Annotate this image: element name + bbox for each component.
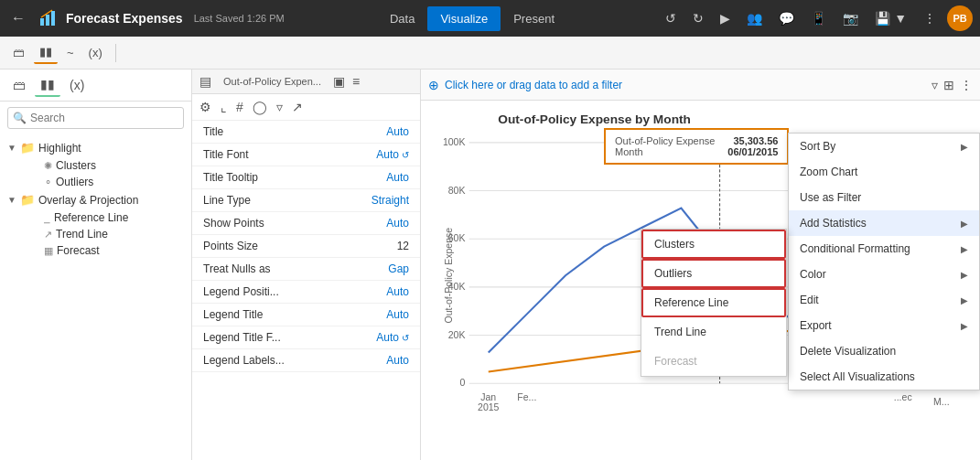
context-menu-item-use-as-filter[interactable]: Use as Filter (789, 185, 979, 210)
toolbar2: 🗃 ▮▮ ~ (x) (0, 37, 980, 70)
mid-row-value[interactable]: Auto (386, 308, 409, 321)
mid-tab-icon-chart[interactable]: ▤ (199, 74, 211, 89)
svg-rect-2 (51, 11, 55, 26)
tree-item-trend-line[interactable]: ↗ Trend Line (18, 226, 191, 242)
overlay-label: Overlay & Projection (38, 194, 138, 207)
tree-item-overlay[interactable]: ▼ 📁 Overlay & Projection (0, 190, 191, 209)
save-button[interactable]: 💾 ▼ (869, 7, 912, 29)
toolbar-line-icon[interactable]: ~ (61, 42, 80, 63)
mid-icon-filter[interactable]: ▿ (276, 100, 283, 114)
highlight-folder-icon: 📁 (20, 141, 35, 155)
back-button[interactable]: ← (7, 6, 29, 30)
toolbar-fx-icon[interactable]: (x) (83, 42, 108, 63)
context-menu-arrow-icon: ▶ (961, 295, 968, 305)
tree-item-clusters[interactable]: ✺ Clusters (18, 157, 191, 174)
add-filter-text[interactable]: Click here or drag data to add a filter (445, 79, 622, 91)
mid-row-value[interactable]: Gap (388, 262, 409, 275)
toolbar-db-icon[interactable]: 🗃 (7, 42, 30, 63)
context-menu-item-sort-by[interactable]: Sort By▶ (789, 134, 979, 159)
context-menu-item-add-statistics[interactable]: Add Statistics▶ (789, 210, 979, 236)
nav-data[interactable]: Data (377, 6, 427, 31)
submenu-item-outliers[interactable]: Outliers (641, 259, 786, 288)
svg-text:M...: M... (933, 396, 950, 407)
context-menu-item-zoom-chart[interactable]: Zoom Chart (789, 159, 979, 185)
forecast-label: Forecast (57, 244, 100, 257)
mid-row-value[interactable]: Auto (386, 285, 409, 298)
add-statistics-submenu: ClustersOutliersReference LineTrend Line… (641, 229, 787, 377)
mid-icon-clock[interactable]: ◯ (253, 100, 267, 114)
outliers-label: Outliers (56, 176, 93, 188)
mid-content: ⚙ ⌞ # ◯ ▿ ↗ TitleAutoTitle FontAuto↺Titl… (192, 94, 420, 460)
lp-tab-chart[interactable]: ▮▮ (35, 73, 60, 97)
chart-container[interactable]: Out-of-Policy Expense by Month 100K 80K … (421, 101, 980, 460)
mid-row-value[interactable]: Auto (386, 171, 409, 184)
submenu-item-forecast: Forecast (641, 347, 786, 376)
lp-tab-db[interactable]: 🗃 (7, 74, 31, 96)
mid-row-label: Title Tooltip (203, 171, 258, 184)
add-filter-icon[interactable]: ⊕ (428, 78, 439, 92)
mid-row-value[interactable]: 12 (397, 240, 409, 252)
context-menu-arrow-icon: ▶ (961, 142, 968, 152)
redo-button[interactable]: ↻ (687, 7, 709, 29)
mid-row-value[interactable]: Auto (386, 125, 409, 138)
filter-more-icon[interactable]: ⋮ (960, 78, 973, 92)
context-menu-item-export[interactable]: Export▶ (789, 313, 979, 338)
tree-item-reference-line[interactable]: ⎯ Reference Line (18, 209, 191, 226)
mid-rows-container: TitleAutoTitle FontAuto↺Title TooltipAut… (192, 121, 420, 372)
mid-tab-icon-grid[interactable]: ▣ (333, 74, 345, 89)
outliers-icon: ⚬ (44, 177, 52, 188)
overlay-children: ⎯ Reference Line ↗ Trend Line ▦ Forecast (0, 209, 191, 259)
comment-button[interactable]: 💬 (773, 7, 800, 29)
play-button[interactable]: ▶ (715, 7, 736, 29)
mid-row: Legend Positi...Auto (192, 281, 420, 304)
mid-tab-icon-bars[interactable]: ≡ (352, 74, 360, 89)
nav-visualize[interactable]: Visualize (427, 6, 501, 31)
mid-row-value[interactable]: Auto (386, 354, 409, 367)
context-menu-arrow-icon: ▶ (961, 244, 968, 254)
mid-row-value[interactable]: Auto↺ (376, 148, 409, 161)
lp-tab-func[interactable]: (x) (64, 74, 90, 96)
mid-icon-gear[interactable]: ⚙ (199, 100, 211, 114)
undo-button[interactable]: ↺ (660, 7, 682, 29)
mid-row-value[interactable]: Auto↺ (376, 331, 409, 344)
submenu-item-trend-line[interactable]: Trend Line (641, 317, 786, 347)
topbar: ← Forecast Expenses Last Saved 1:26 PM D… (0, 0, 980, 37)
mid-row: TitleAuto (192, 121, 420, 144)
context-menu-item-delete-visualization[interactable]: Delete Visualization (789, 338, 979, 364)
left-panel: 🗃 ▮▮ (x) 🔍 ▼ 📁 Highlight ✺ Clusters ⚬ (0, 70, 192, 460)
mid-row-refresh-icon[interactable]: ↺ (402, 333, 409, 343)
tree-item-outliers[interactable]: ⚬ Outliers (18, 174, 191, 190)
mid-icon-corner[interactable]: ⌞ (221, 100, 227, 114)
context-menu-item-color[interactable]: Color▶ (789, 262, 979, 287)
share-button[interactable]: 👥 (741, 7, 768, 29)
context-menu-item-conditional-formatting[interactable]: Conditional Formatting▶ (789, 236, 979, 262)
svg-text:...ec: ...ec (894, 391, 912, 402)
tree-item-highlight[interactable]: ▼ 📁 Highlight (0, 138, 191, 157)
submenu-item-clusters[interactable]: Clusters (641, 230, 786, 259)
mid-tab-title[interactable]: Out-of-Policy Expen... (219, 73, 326, 90)
mid-row-refresh-icon[interactable]: ↺ (402, 150, 409, 160)
submenu-item-reference-line[interactable]: Reference Line (641, 288, 786, 317)
tree-item-forecast[interactable]: ▦ Forecast (18, 242, 191, 259)
filter-grid-icon[interactable]: ⊞ (943, 78, 954, 92)
forecast-icon: ▦ (44, 245, 53, 257)
image-button[interactable]: 📷 (837, 7, 864, 29)
filter-funnel-icon[interactable]: ▿ (932, 78, 938, 92)
toolbar-bar-icon[interactable]: ▮▮ (34, 41, 58, 64)
context-menu-item-edit[interactable]: Edit▶ (789, 287, 979, 313)
more-button[interactable]: ⋮ (918, 7, 942, 29)
phone-button[interactable]: 📱 (805, 7, 832, 29)
search-input[interactable] (7, 107, 184, 129)
mid-row-value[interactable]: Auto (386, 217, 409, 230)
svg-text:Out-of-Policy Expense: Out-of-Policy Expense (443, 228, 454, 324)
filter-icons: ▿ ⊞ ⋮ (932, 78, 973, 92)
mid-row-value[interactable]: Straight (372, 194, 409, 207)
avatar[interactable]: PB (947, 5, 973, 31)
mid-icon-trend[interactable]: ↗ (292, 100, 303, 114)
mid-row: Legend TitleAuto (192, 304, 420, 326)
svg-rect-0 (40, 18, 44, 26)
mid-icon-hash[interactable]: # (236, 100, 243, 114)
mid-row-label: Title Font (203, 148, 249, 161)
nav-present[interactable]: Present (501, 6, 567, 31)
context-menu-item-select-all-visualizations[interactable]: Select All Visualizations (789, 364, 979, 390)
